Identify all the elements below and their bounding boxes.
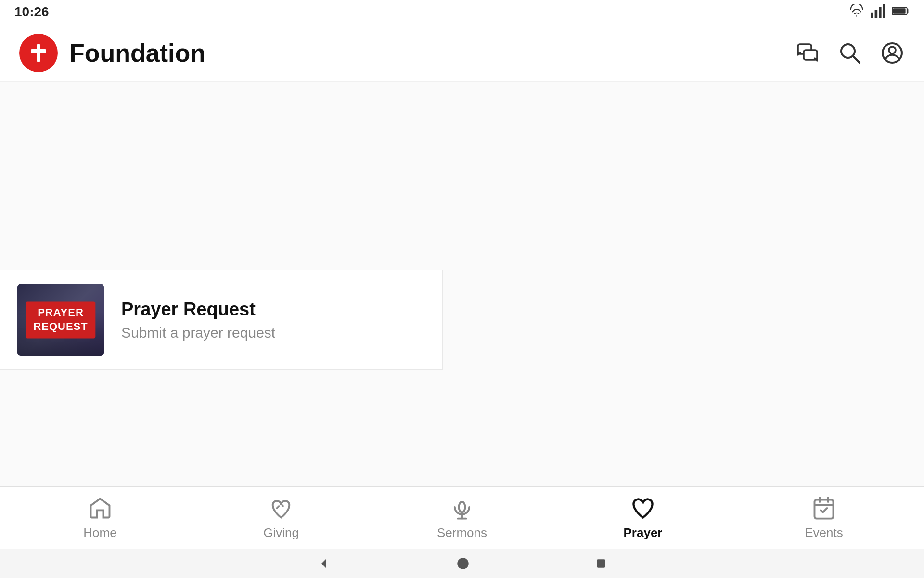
search-icon[interactable] bbox=[837, 40, 862, 66]
nav-events-label: Events bbox=[805, 525, 843, 540]
nav-giving[interactable]: Giving bbox=[243, 496, 320, 540]
wifi-icon bbox=[848, 4, 865, 20]
main-content: PRAYERREQUEST Prayer Request Submit a pr… bbox=[0, 82, 924, 501]
nav-giving-label: Giving bbox=[263, 525, 299, 540]
recents-button[interactable] bbox=[595, 557, 607, 570]
back-button[interactable] bbox=[317, 556, 331, 571]
status-bar: 10:26 bbox=[0, 0, 924, 24]
home-button[interactable] bbox=[456, 557, 470, 570]
svg-rect-2 bbox=[879, 7, 882, 18]
svg-rect-0 bbox=[871, 13, 873, 18]
nav-prayer[interactable]: Prayer bbox=[604, 496, 681, 540]
battery-icon bbox=[892, 4, 910, 20]
church-logo[interactable] bbox=[19, 34, 58, 72]
chat-icon[interactable] bbox=[795, 40, 820, 66]
nav-sermons-label: Sermons bbox=[437, 525, 487, 540]
prayer-badge: PRAYERREQUEST bbox=[26, 301, 95, 338]
svg-line-11 bbox=[853, 56, 860, 63]
card-text: Prayer Request Submit a prayer request bbox=[121, 299, 425, 341]
nav-home-label: Home bbox=[83, 525, 116, 540]
card-title: Prayer Request bbox=[121, 299, 425, 320]
status-time: 10:26 bbox=[14, 4, 49, 20]
svg-rect-7 bbox=[31, 49, 46, 53]
app-header: Foundation bbox=[0, 24, 924, 82]
svg-rect-3 bbox=[883, 4, 886, 18]
svg-point-22 bbox=[457, 558, 468, 569]
svg-marker-21 bbox=[321, 559, 326, 568]
nav-prayer-label: Prayer bbox=[624, 525, 663, 540]
nav-sermons[interactable]: Sermons bbox=[424, 496, 500, 540]
profile-icon[interactable] bbox=[880, 40, 905, 66]
svg-rect-23 bbox=[597, 559, 605, 567]
bottom-nav: Home Giving Sermons Prayer Event bbox=[0, 486, 924, 549]
card-thumbnail: PRAYERREQUEST bbox=[17, 284, 104, 356]
status-icons bbox=[848, 4, 910, 20]
android-nav bbox=[0, 549, 924, 578]
header-left: Foundation bbox=[19, 34, 205, 72]
nav-home[interactable]: Home bbox=[62, 496, 139, 540]
signal-icon bbox=[870, 4, 887, 20]
nav-events[interactable]: Events bbox=[785, 496, 862, 540]
svg-point-13 bbox=[889, 47, 896, 53]
svg-point-14 bbox=[459, 502, 465, 512]
svg-rect-17 bbox=[815, 500, 834, 519]
church-name: Foundation bbox=[69, 39, 205, 67]
prayer-request-card[interactable]: PRAYERREQUEST Prayer Request Submit a pr… bbox=[0, 270, 443, 370]
svg-rect-1 bbox=[875, 10, 878, 18]
svg-rect-5 bbox=[893, 8, 906, 14]
header-right bbox=[795, 40, 905, 66]
card-subtitle: Submit a prayer request bbox=[121, 325, 425, 341]
